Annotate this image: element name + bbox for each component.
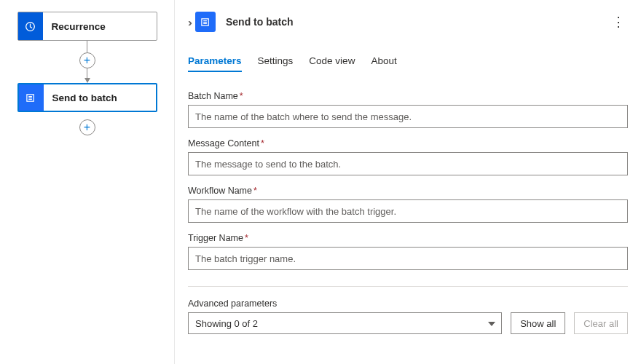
add-step-button[interactable]: +	[79, 52, 95, 68]
field-label: Workflow Name*	[188, 186, 628, 196]
advanced-parameters-select[interactable]: Showing 0 of 2	[188, 312, 502, 334]
message-content-input[interactable]	[188, 152, 628, 175]
tab-code-view[interactable]: Code view	[309, 55, 355, 72]
trigger-name-input[interactable]	[188, 247, 628, 270]
advanced-parameters-selected: Showing 0 of 2	[195, 318, 258, 329]
add-step-button[interactable]: +	[79, 119, 95, 135]
batch-icon	[19, 84, 44, 111]
required-asterisk: *	[261, 138, 264, 149]
batch-icon	[195, 12, 216, 32]
arrow-down-icon	[84, 78, 90, 83]
workflow-name-input[interactable]	[188, 199, 628, 223]
clock-icon	[18, 12, 43, 40]
clear-all-button[interactable]: Clear all	[574, 312, 628, 334]
advanced-parameters-label: Advanced parameters	[188, 298, 628, 309]
connector: +	[79, 41, 95, 83]
field-label: Message Content*	[188, 138, 628, 149]
field-label: Batch Name*	[188, 91, 628, 101]
details-panel: ›› Send to batch ⋮ Parameters Settings C…	[175, 0, 641, 364]
tab-parameters[interactable]: Parameters	[188, 55, 242, 72]
panel-header: ›› Send to batch ⋮	[188, 9, 628, 35]
tab-about[interactable]: About	[371, 55, 396, 72]
tab-settings[interactable]: Settings	[258, 55, 294, 72]
panel-tabs: Parameters Settings Code view About	[188, 55, 628, 72]
parameters-form: Batch Name* Message Content* Workflow Na…	[188, 91, 628, 334]
workflow-canvas: Recurrence + Send to batch +	[0, 0, 175, 364]
chevron-down-icon	[488, 322, 495, 326]
collapse-panel-button[interactable]: ››	[188, 16, 189, 28]
section-divider	[188, 286, 628, 287]
required-asterisk: *	[245, 233, 248, 243]
batch-name-input[interactable]	[188, 105, 628, 128]
show-all-button[interactable]: Show all	[511, 312, 565, 334]
panel-title: Send to batch	[226, 16, 294, 28]
required-asterisk: *	[253, 186, 257, 196]
field-label: Trigger Name*	[188, 233, 628, 243]
more-menu-button[interactable]: ⋮	[609, 14, 628, 30]
node-label: Send to batch	[44, 92, 117, 103]
node-send-to-batch[interactable]: Send to batch	[17, 83, 157, 112]
node-label: Recurrence	[43, 21, 106, 32]
node-recurrence[interactable]: Recurrence	[17, 12, 157, 41]
required-asterisk: *	[240, 91, 243, 101]
